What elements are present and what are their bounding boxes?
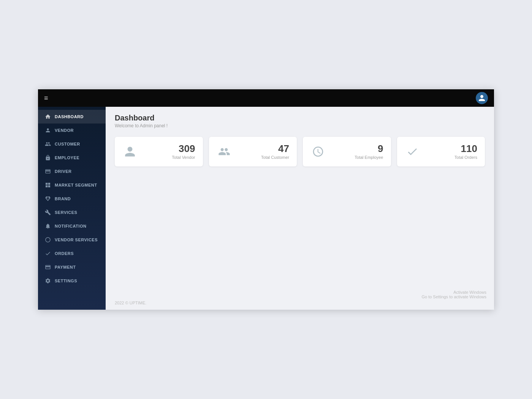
sidebar-label-market-segment: MARKET SEGMENT bbox=[55, 183, 97, 187]
stat-card-customer[interactable]: 47 Total Customer bbox=[209, 137, 297, 166]
vendor-card-icon bbox=[122, 144, 138, 159]
navbar: ≡ bbox=[38, 89, 494, 107]
orders-card-info: 110 Total Orders bbox=[454, 144, 477, 160]
circle-icon bbox=[45, 237, 51, 243]
sidebar: DASHBOARD VENDOR CUSTOMER bbox=[38, 107, 106, 310]
hamburger-icon[interactable]: ≡ bbox=[44, 94, 48, 102]
vendor-card-label: Total Vendor bbox=[172, 155, 195, 160]
stat-card-orders[interactable]: 110 Total Orders bbox=[397, 137, 485, 166]
customer-card-info: 47 Total Customer bbox=[261, 144, 289, 160]
orders-card-value: 110 bbox=[454, 144, 477, 154]
sidebar-item-settings[interactable]: SETTINGS bbox=[38, 274, 106, 288]
sidebar-item-driver[interactable]: DRIVER bbox=[38, 165, 106, 178]
activate-windows-line1: Activate Windows bbox=[421, 290, 486, 294]
gear-icon bbox=[45, 278, 51, 284]
lock-icon bbox=[45, 155, 51, 161]
employee-card-icon bbox=[310, 144, 326, 159]
sidebar-label-settings: SETTINGS bbox=[55, 279, 77, 283]
grid-icon bbox=[45, 182, 51, 188]
sidebar-item-services[interactable]: SERVICES bbox=[38, 206, 106, 219]
stats-cards-row: 309 Total Vendor 47 Total Customer bbox=[106, 132, 494, 171]
sidebar-label-employee: EMPLOYEE bbox=[55, 155, 79, 160]
main-footer: 2022 © UPTIME. bbox=[106, 296, 494, 310]
sidebar-item-vendor[interactable]: VENDOR bbox=[38, 124, 106, 137]
main-content: Dashboard Welcome to Admin panel ! 309 T… bbox=[106, 107, 494, 310]
vendor-card-value: 309 bbox=[172, 144, 195, 154]
clock-icon bbox=[312, 146, 324, 158]
sidebar-label-vendor-services: VENDOR SERVICES bbox=[55, 238, 98, 242]
customer-card-value: 47 bbox=[261, 144, 289, 154]
customer-card-icon bbox=[217, 144, 232, 159]
user-avatar[interactable] bbox=[476, 92, 488, 104]
page-subtitle: Welcome to Admin panel ! bbox=[115, 123, 485, 128]
sidebar-item-vendor-services[interactable]: VENDOR SERVICES bbox=[38, 233, 106, 247]
user-icon bbox=[478, 94, 486, 102]
sidebar-label-vendor: VENDOR bbox=[55, 128, 74, 133]
group-icon bbox=[218, 146, 230, 158]
body-area: DASHBOARD VENDOR CUSTOMER bbox=[38, 107, 494, 310]
creditcard-icon bbox=[45, 264, 51, 270]
home-icon bbox=[45, 114, 51, 120]
footer-copyright: 2022 © UPTIME. bbox=[115, 301, 146, 305]
main-header: Dashboard Welcome to Admin panel ! bbox=[106, 107, 494, 132]
sidebar-label-services: SERVICES bbox=[55, 210, 77, 215]
orders-card-label: Total Orders bbox=[454, 155, 477, 160]
sidebar-item-payment[interactable]: PAYMENT bbox=[38, 260, 106, 274]
check-icon bbox=[45, 250, 51, 256]
people-icon bbox=[45, 141, 51, 147]
sidebar-label-driver: DRIVER bbox=[55, 169, 72, 174]
stat-card-vendor[interactable]: 309 Total Vendor bbox=[115, 137, 203, 166]
employee-card-label: Total Employee bbox=[355, 155, 383, 160]
customer-card-label: Total Customer bbox=[261, 155, 289, 160]
checkmark-icon bbox=[406, 146, 418, 158]
orders-card-icon bbox=[405, 144, 420, 159]
stat-card-employee[interactable]: 9 Total Employee bbox=[303, 137, 391, 166]
sidebar-item-orders[interactable]: ORDERS bbox=[38, 247, 106, 260]
card-icon bbox=[45, 168, 51, 174]
sidebar-label-payment: PAYMENT bbox=[55, 265, 76, 269]
sidebar-label-brand: BRAND bbox=[55, 196, 71, 201]
store-icon bbox=[45, 127, 51, 133]
sidebar-label-customer: CUSTOMER bbox=[55, 142, 80, 146]
sidebar-label-orders: ORDERS bbox=[55, 251, 74, 256]
sidebar-label-notification: NOTIFICATION bbox=[55, 224, 86, 228]
sidebar-item-dashboard[interactable]: DASHBOARD bbox=[38, 110, 106, 124]
sidebar-item-customer[interactable]: CUSTOMER bbox=[38, 137, 106, 151]
sidebar-item-market-segment[interactable]: MARKET SEGMENT bbox=[38, 178, 106, 192]
app-window: ≡ DASHBOARD VENDOR bbox=[38, 89, 494, 310]
employee-card-info: 9 Total Employee bbox=[355, 144, 383, 160]
sidebar-item-brand[interactable]: BRAND bbox=[38, 192, 106, 206]
page-title: Dashboard bbox=[115, 114, 485, 122]
vendor-card-info: 309 Total Vendor bbox=[172, 144, 195, 160]
wrench-icon bbox=[45, 209, 51, 215]
sidebar-label-dashboard: DASHBOARD bbox=[55, 114, 84, 119]
bell-icon bbox=[45, 223, 51, 229]
employee-card-value: 9 bbox=[355, 144, 383, 154]
sidebar-item-notification[interactable]: NOTIFICATION bbox=[38, 219, 106, 233]
person-icon bbox=[124, 146, 136, 158]
diamond-icon bbox=[45, 196, 51, 202]
sidebar-item-employee[interactable]: EMPLOYEE bbox=[38, 151, 106, 165]
